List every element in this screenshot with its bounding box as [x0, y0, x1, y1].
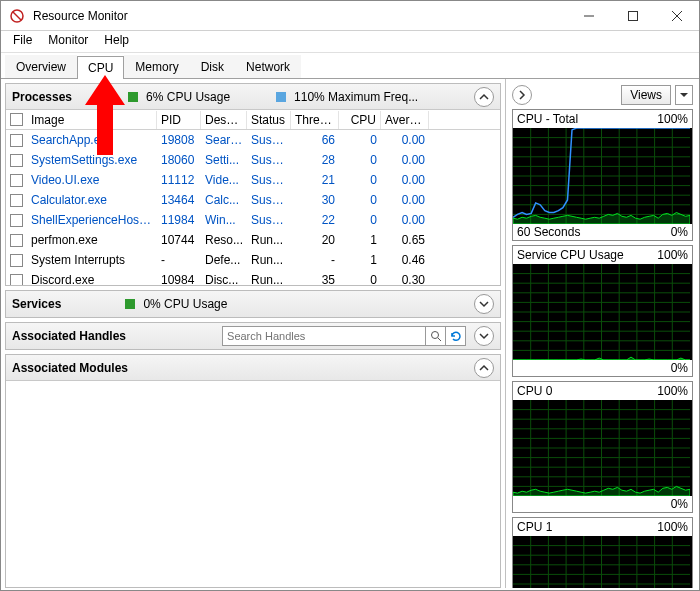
- row-checkbox[interactable]: [10, 154, 23, 167]
- services-expand[interactable]: [474, 294, 494, 314]
- search-button[interactable]: [426, 326, 446, 346]
- max-freq-swatch: [276, 92, 286, 102]
- row-checkbox[interactable]: [10, 254, 23, 267]
- modules-collapse[interactable]: [474, 358, 494, 378]
- row-checkbox[interactable]: [10, 274, 23, 286]
- row-checkbox[interactable]: [10, 214, 23, 227]
- close-button[interactable]: [655, 1, 699, 31]
- refresh-button[interactable]: [446, 326, 466, 346]
- cell-status: Run...: [247, 232, 291, 248]
- chart-footer-r: 0%: [671, 361, 688, 375]
- cell-desc: Vide...: [201, 172, 247, 188]
- cell-threads: 30: [291, 192, 339, 208]
- col-desc[interactable]: Descr...: [201, 111, 247, 129]
- cell-cpu: 0: [339, 132, 381, 148]
- row-checkbox[interactable]: [10, 174, 23, 187]
- col-avg[interactable]: Avera...: [381, 111, 429, 129]
- cell-desc: Setti...: [201, 152, 247, 168]
- tab-network[interactable]: Network: [235, 55, 301, 78]
- menu-help[interactable]: Help: [96, 31, 137, 52]
- cell-desc: Disc...: [201, 272, 247, 285]
- table-header: Image PID Descr... Status Threa... CPU A…: [6, 110, 500, 130]
- cpu-usage-label: 6% CPU Usage: [146, 90, 230, 104]
- chevron-down-icon: [479, 299, 489, 309]
- minimize-button[interactable]: [567, 1, 611, 31]
- chart-title: CPU 0: [517, 384, 552, 398]
- table-row[interactable]: Discord.exe10984Disc...Run...3500.30: [6, 270, 500, 285]
- cell-pid: 10984: [157, 272, 201, 285]
- row-checkbox[interactable]: [10, 194, 23, 207]
- cell-pid: -: [157, 252, 201, 268]
- table-row[interactable]: ShellExperienceHost....11984Win...Susp..…: [6, 210, 500, 230]
- table-row[interactable]: SystemSettings.exe18060Setti...Susp...28…: [6, 150, 500, 170]
- charts-sidebar: Views CPU - Total100%60 Seconds0%Service…: [506, 79, 699, 588]
- table-row[interactable]: System Interrupts-Defe...Run...-10.46: [6, 250, 500, 270]
- processes-table: Image PID Descr... Status Threa... CPU A…: [6, 110, 500, 285]
- views-button[interactable]: Views: [621, 85, 671, 105]
- cell-pid: 10744: [157, 232, 201, 248]
- chart-1: Service CPU Usage100%0%: [512, 245, 693, 377]
- services-panel: Services 0% CPU Usage: [5, 290, 501, 318]
- views-dropdown[interactable]: [675, 85, 693, 105]
- col-image[interactable]: Image: [27, 111, 157, 129]
- cell-image: ShellExperienceHost....: [27, 212, 157, 228]
- menu-file[interactable]: File: [5, 31, 40, 52]
- title-bar: Resource Monitor: [1, 1, 699, 31]
- cell-pid: 11112: [157, 172, 201, 188]
- col-pid[interactable]: PID: [157, 111, 201, 129]
- cell-pid: 19808: [157, 132, 201, 148]
- cell-image: Calculator.exe: [27, 192, 157, 208]
- chart-2: CPU 0100%0%: [512, 381, 693, 513]
- cell-status: Susp...: [247, 172, 291, 188]
- modules-title: Associated Modules: [12, 361, 128, 375]
- chart-3: CPU 1100%: [512, 517, 693, 588]
- table-row[interactable]: Calculator.exe13464Calc...Susp...3000.00: [6, 190, 500, 210]
- cell-avg: 0.00: [381, 172, 429, 188]
- table-row[interactable]: perfmon.exe10744Reso...Run...2010.65: [6, 230, 500, 250]
- col-status[interactable]: Status: [247, 111, 291, 129]
- cell-status: Run...: [247, 252, 291, 268]
- dropdown-icon: [680, 91, 688, 99]
- cell-image: Video.UI.exe: [27, 172, 157, 188]
- cell-avg: 0.30: [381, 272, 429, 285]
- cell-avg: 0.00: [381, 132, 429, 148]
- cell-cpu: 0: [339, 152, 381, 168]
- tab-cpu[interactable]: CPU: [77, 56, 124, 79]
- cell-threads: 66: [291, 132, 339, 148]
- cell-image: SystemSettings.exe: [27, 152, 157, 168]
- cell-pid: 18060: [157, 152, 201, 168]
- chart-max: 100%: [657, 248, 688, 262]
- svg-rect-2: [629, 11, 638, 20]
- row-checkbox[interactable]: [10, 234, 23, 247]
- col-cpu[interactable]: CPU: [339, 111, 381, 129]
- tab-overview[interactable]: Overview: [5, 55, 77, 78]
- cell-cpu: 1: [339, 232, 381, 248]
- maximize-button[interactable]: [611, 1, 655, 31]
- app-icon: [9, 8, 25, 24]
- table-row[interactable]: Video.UI.exe11112Vide...Susp...2100.00: [6, 170, 500, 190]
- checkbox-all[interactable]: [10, 113, 23, 126]
- cell-desc: Searc...: [201, 132, 247, 148]
- sidebar-toggle[interactable]: [512, 85, 532, 105]
- menu-monitor[interactable]: Monitor: [40, 31, 96, 52]
- handles-expand[interactable]: [474, 326, 494, 346]
- search-handles-input[interactable]: [222, 326, 426, 346]
- row-checkbox[interactable]: [10, 134, 23, 147]
- chart-footer-l: 60 Seconds: [517, 225, 580, 239]
- cell-status: Susp...: [247, 212, 291, 228]
- table-row[interactable]: SearchApp.exe19808Searc...Susp...6600.00: [6, 130, 500, 150]
- tab-bar: Overview CPU Memory Disk Network: [1, 53, 699, 79]
- cell-status: Susp...: [247, 132, 291, 148]
- chevron-up-icon: [479, 363, 489, 373]
- col-threads[interactable]: Threa...: [291, 111, 339, 129]
- cell-cpu: 1: [339, 252, 381, 268]
- processes-collapse[interactable]: [474, 87, 494, 107]
- search-icon: [430, 330, 442, 342]
- cell-image: Discord.exe: [27, 272, 157, 285]
- processes-title: Processes: [12, 90, 72, 104]
- tab-disk[interactable]: Disk: [190, 55, 235, 78]
- menu-bar: File Monitor Help: [1, 31, 699, 53]
- chart-0: CPU - Total100%60 Seconds0%: [512, 109, 693, 241]
- modules-body: [6, 381, 500, 531]
- tab-memory[interactable]: Memory: [124, 55, 189, 78]
